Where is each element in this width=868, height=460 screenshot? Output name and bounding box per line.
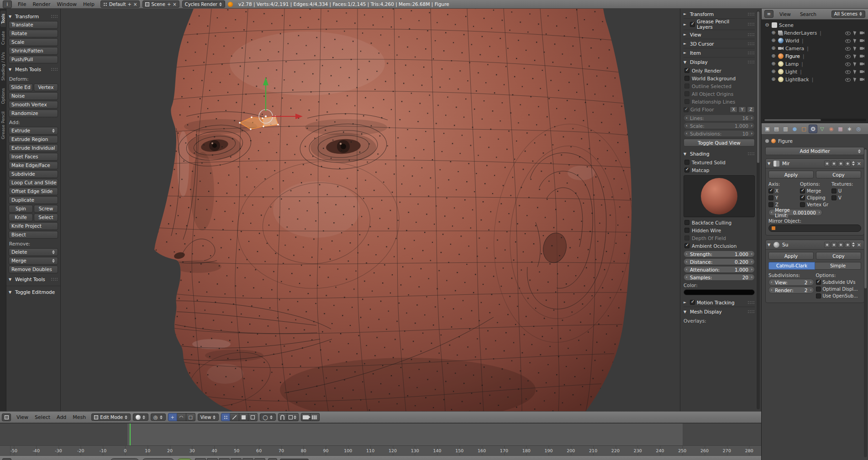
panel-grip-icon[interactable] <box>747 60 755 64</box>
menu-item[interactable]: Window <box>54 1 80 7</box>
limit-to-visible-button[interactable] <box>248 413 258 421</box>
copy-button[interactable]: Copy <box>816 252 861 260</box>
increment-icon[interactable] <box>751 131 752 136</box>
checkbox[interactable] <box>816 293 821 298</box>
axis-toggle-button[interactable]: Z <box>747 106 755 113</box>
renderability-toggle-icon[interactable] <box>860 61 865 67</box>
checkbox-row[interactable]: Use OpenSub... <box>816 293 862 299</box>
screen-layout-selector[interactable]: Default <box>100 0 140 8</box>
playback-button[interactable]: ▶ <box>231 458 242 460</box>
delete-menu-button[interactable]: Delete <box>9 248 58 256</box>
checkbox[interactable] <box>684 243 689 248</box>
info-editor-type-icon[interactable]: i <box>3 0 12 8</box>
expand-icon[interactable] <box>771 45 776 51</box>
checkbox[interactable] <box>816 280 821 285</box>
mode-selector[interactable]: Edit Mode <box>91 413 131 421</box>
renderability-toggle-icon[interactable] <box>860 69 865 74</box>
properties-scrollbar[interactable] <box>864 148 867 457</box>
cage-display-icon[interactable] <box>845 161 851 167</box>
properties-tab[interactable] <box>836 125 845 133</box>
outliner-item[interactable]: Camera <box>763 44 866 52</box>
panel-header-weight-tools[interactable]: Weight Tools <box>9 275 58 284</box>
visibility-toggle-icon[interactable] <box>845 53 851 59</box>
renderability-toggle-icon[interactable] <box>860 53 865 59</box>
outliner-item[interactable]: RenderLayers <box>763 29 866 37</box>
panel-header-grease-pencil[interactable]: Grease Pencil Layers <box>684 19 755 30</box>
tool-button[interactable]: Inset Faces <box>9 153 58 161</box>
properties-tab[interactable] <box>790 125 799 133</box>
checkbox[interactable] <box>800 188 805 193</box>
viewport-shading-selector[interactable] <box>133 413 148 421</box>
checkbox-row[interactable]: Subdivide UVs <box>816 279 862 286</box>
render-visibility-icon[interactable] <box>824 242 830 248</box>
scrollbar-thumb[interactable] <box>864 149 867 288</box>
snap-toggle-button[interactable] <box>278 413 287 421</box>
checkbox[interactable] <box>800 195 805 200</box>
number-field[interactable]: Strength: 1.000 <box>684 251 755 257</box>
catmull-clark-button[interactable]: Catmull-Clark <box>768 262 815 270</box>
outliner-scene-row[interactable]: Scene <box>763 21 866 29</box>
tool-button[interactable]: Randomize <box>9 110 58 117</box>
checkbox-row[interactable]: Relationship Lines <box>684 98 755 105</box>
knife-button[interactable]: Knife <box>9 214 33 221</box>
checkbox[interactable] <box>684 99 689 104</box>
checkbox[interactable] <box>831 188 836 193</box>
increment-icon[interactable] <box>751 123 752 129</box>
playback-button[interactable]: |◀ <box>195 458 206 460</box>
vertex-slide-button[interactable]: Vertex <box>34 84 58 91</box>
start-frame-field[interactable]: Start: 1 <box>110 458 139 460</box>
visibility-toggle-icon[interactable] <box>845 46 851 51</box>
slide-edge-button[interactable]: Slide Ed <box>9 84 33 91</box>
current-frame-field[interactable]: 2 <box>177 458 192 460</box>
toolshelf-tab[interactable]: Grease Pencil <box>0 108 6 142</box>
decrement-icon[interactable] <box>686 274 688 280</box>
checkbox[interactable] <box>816 287 821 292</box>
increment-icon[interactable] <box>810 287 812 293</box>
playback-button[interactable]: ◀ <box>219 458 230 460</box>
toggle-quad-view-button[interactable]: Toggle Quad View <box>684 139 755 146</box>
increment-icon[interactable] <box>810 279 812 285</box>
checkbox-row[interactable]: Clipping <box>800 194 830 201</box>
checkbox-row[interactable]: Only Render <box>684 67 755 74</box>
selectability-toggle-icon[interactable] <box>852 69 858 74</box>
checkbox[interactable] <box>800 202 805 207</box>
screw-button[interactable]: Screw <box>34 205 58 213</box>
outliner-item[interactable]: Light <box>763 68 866 75</box>
tool-button[interactable]: Duplicate <box>9 196 58 204</box>
menu-item[interactable]: View <box>13 414 32 420</box>
mirror-modifier-header[interactable]: Mir <box>766 159 864 168</box>
mirror-object-field[interactable] <box>768 225 861 232</box>
menu-item[interactable]: Render <box>29 1 53 7</box>
checkbox-row[interactable]: X <box>768 188 798 194</box>
snap-element-button[interactable] <box>287 413 299 421</box>
selectability-toggle-icon[interactable] <box>852 38 858 43</box>
render-subdivisions-field[interactable]: Render: 2 <box>768 287 814 293</box>
playback-button[interactable]: ◀◀ <box>207 458 218 460</box>
view-subdivisions-field[interactable]: View: 2 <box>768 279 814 286</box>
checkbox-row[interactable]: Hidden Wire <box>684 226 755 234</box>
current-frame-playhead[interactable] <box>130 423 131 445</box>
add-layout-button[interactable] <box>128 2 132 7</box>
panel-grip-icon[interactable] <box>747 310 755 314</box>
renderability-toggle-icon[interactable] <box>860 77 865 82</box>
panel-header-transform[interactable]: Transform <box>684 10 755 19</box>
knife-select-button[interactable]: Select <box>34 214 58 221</box>
expand-icon[interactable] <box>771 37 776 43</box>
delete-scene-button[interactable] <box>173 2 176 7</box>
toolshelf-tab[interactable]: Create <box>0 28 6 48</box>
decrement-icon[interactable] <box>686 123 688 129</box>
remove-doubles-button[interactable]: Remove Doubles <box>9 266 58 273</box>
checkbox[interactable] <box>684 228 689 233</box>
add-modifier-button[interactable]: Add Modifier <box>765 147 864 155</box>
tool-button[interactable]: Knife Project <box>9 222 58 230</box>
npanel-scrollbar[interactable] <box>757 10 760 409</box>
checkbox[interactable] <box>684 235 689 240</box>
menu-item[interactable]: Select <box>32 414 53 420</box>
face-select-button[interactable] <box>239 413 248 421</box>
tool-button[interactable]: Translate <box>9 21 58 29</box>
selectability-toggle-icon[interactable] <box>852 46 858 51</box>
tool-button[interactable]: Shrink/Fatten <box>9 47 58 55</box>
3d-viewport[interactable] <box>61 9 680 411</box>
number-field[interactable]: Samples: 20 <box>684 274 755 281</box>
number-field[interactable]: Distance: 0.200 <box>684 258 755 265</box>
